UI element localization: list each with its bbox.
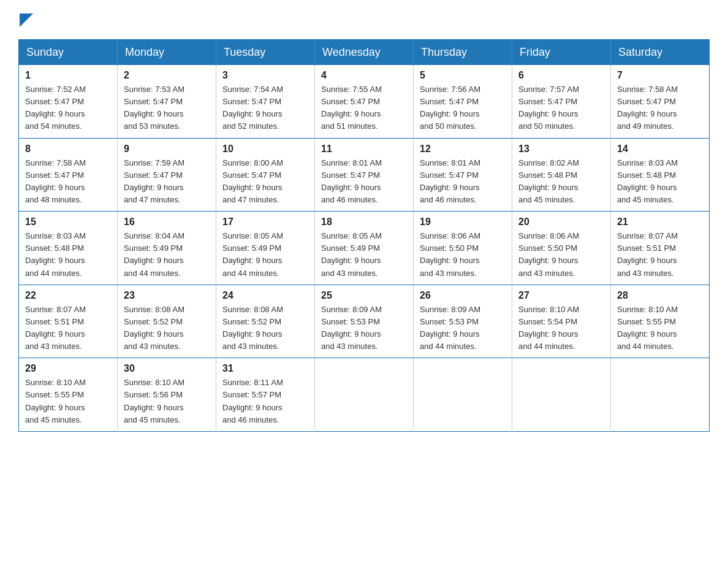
logo-arrow-icon [20, 13, 33, 27]
calendar-week-row: 8 Sunrise: 7:58 AMSunset: 5:47 PMDayligh… [19, 138, 710, 212]
day-info: Sunrise: 8:03 AMSunset: 5:48 PMDaylight:… [25, 231, 86, 277]
calendar-week-row: 29 Sunrise: 8:10 AMSunset: 5:55 PMDaylig… [19, 358, 710, 432]
calendar-cell: 22 Sunrise: 8:07 AMSunset: 5:51 PMDaylig… [19, 285, 118, 358]
day-info: Sunrise: 8:05 AMSunset: 5:49 PMDaylight:… [321, 231, 382, 277]
calendar-week-row: 1 Sunrise: 7:52 AMSunset: 5:47 PMDayligh… [19, 65, 710, 138]
calendar-cell: 6 Sunrise: 7:57 AMSunset: 5:47 PMDayligh… [512, 65, 611, 138]
calendar-cell: 9 Sunrise: 7:59 AMSunset: 5:47 PMDayligh… [118, 138, 216, 212]
day-number: 2 [124, 70, 210, 81]
day-number: 5 [420, 70, 506, 81]
day-info: Sunrise: 8:10 AMSunset: 5:55 PMDaylight:… [25, 378, 86, 424]
day-info: Sunrise: 8:07 AMSunset: 5:51 PMDaylight:… [617, 231, 678, 277]
calendar-cell [315, 358, 414, 432]
day-number: 6 [518, 70, 604, 81]
day-info: Sunrise: 7:58 AMSunset: 5:47 PMDaylight:… [617, 85, 678, 131]
day-info: Sunrise: 7:55 AMSunset: 5:47 PMDaylight:… [321, 85, 382, 131]
day-info: Sunrise: 8:06 AMSunset: 5:50 PMDaylight:… [420, 231, 480, 277]
day-info: Sunrise: 8:02 AMSunset: 5:48 PMDaylight:… [518, 158, 579, 204]
calendar-cell: 15 Sunrise: 8:03 AMSunset: 5:48 PMDaylig… [19, 212, 118, 285]
day-number: 11 [321, 144, 407, 155]
day-number: 18 [321, 216, 407, 228]
calendar-cell: 18 Sunrise: 8:05 AMSunset: 5:49 PMDaylig… [315, 212, 414, 285]
day-number: 13 [518, 144, 604, 155]
calendar-cell: 27 Sunrise: 8:10 AMSunset: 5:54 PMDaylig… [512, 285, 611, 358]
page-header [18, 12, 710, 27]
calendar-cell: 31 Sunrise: 8:11 AMSunset: 5:57 PMDaylig… [216, 358, 315, 432]
calendar-cell: 2 Sunrise: 7:53 AMSunset: 5:47 PMDayligh… [118, 65, 216, 138]
day-info: Sunrise: 8:10 AMSunset: 5:55 PMDaylight:… [617, 305, 678, 351]
day-info: Sunrise: 7:53 AMSunset: 5:47 PMDaylight:… [124, 85, 184, 131]
day-info: Sunrise: 7:56 AMSunset: 5:47 PMDaylight:… [420, 85, 480, 131]
calendar-cell: 1 Sunrise: 7:52 AMSunset: 5:47 PMDayligh… [19, 65, 118, 138]
day-header-wednesday: Wednesday [315, 40, 414, 66]
day-info: Sunrise: 7:57 AMSunset: 5:47 PMDaylight:… [518, 85, 579, 131]
calendar-cell: 16 Sunrise: 8:04 AMSunset: 5:49 PMDaylig… [118, 212, 216, 285]
calendar-cell: 23 Sunrise: 8:08 AMSunset: 5:52 PMDaylig… [118, 285, 216, 358]
calendar-table: SundayMondayTuesdayWednesdayThursdayFrid… [18, 39, 710, 432]
calendar-header-row: SundayMondayTuesdayWednesdayThursdayFrid… [19, 40, 710, 66]
day-number: 20 [518, 216, 604, 228]
calendar-cell: 20 Sunrise: 8:06 AMSunset: 5:50 PMDaylig… [512, 212, 611, 285]
day-number: 12 [420, 144, 506, 155]
day-info: Sunrise: 7:52 AMSunset: 5:47 PMDaylight:… [25, 85, 86, 131]
day-number: 21 [617, 216, 703, 228]
day-info: Sunrise: 8:04 AMSunset: 5:49 PMDaylight:… [124, 231, 184, 277]
day-header-saturday: Saturday [611, 40, 710, 66]
calendar-cell: 12 Sunrise: 8:01 AMSunset: 5:47 PMDaylig… [414, 138, 512, 212]
calendar-cell: 14 Sunrise: 8:03 AMSunset: 5:48 PMDaylig… [611, 138, 710, 212]
calendar-cell: 24 Sunrise: 8:08 AMSunset: 5:52 PMDaylig… [216, 285, 315, 358]
day-info: Sunrise: 8:10 AMSunset: 5:54 PMDaylight:… [518, 305, 579, 351]
calendar-cell: 28 Sunrise: 8:10 AMSunset: 5:55 PMDaylig… [611, 285, 710, 358]
day-number: 1 [25, 70, 111, 81]
day-number: 3 [222, 70, 308, 81]
day-info: Sunrise: 8:09 AMSunset: 5:53 PMDaylight:… [321, 305, 382, 351]
day-info: Sunrise: 8:06 AMSunset: 5:50 PMDaylight:… [518, 231, 579, 277]
day-number: 14 [617, 144, 703, 155]
day-info: Sunrise: 8:08 AMSunset: 5:52 PMDaylight:… [222, 305, 283, 351]
day-number: 7 [617, 70, 703, 81]
day-number: 10 [222, 144, 308, 155]
calendar-cell: 19 Sunrise: 8:06 AMSunset: 5:50 PMDaylig… [414, 212, 512, 285]
day-info: Sunrise: 7:54 AMSunset: 5:47 PMDaylight:… [222, 85, 283, 131]
day-info: Sunrise: 8:07 AMSunset: 5:51 PMDaylight:… [25, 305, 86, 351]
calendar-cell: 3 Sunrise: 7:54 AMSunset: 5:47 PMDayligh… [216, 65, 315, 138]
day-info: Sunrise: 7:59 AMSunset: 5:47 PMDaylight:… [124, 158, 184, 204]
calendar-cell [611, 358, 710, 432]
day-header-monday: Monday [118, 40, 216, 66]
day-number: 26 [420, 290, 506, 301]
day-info: Sunrise: 8:00 AMSunset: 5:47 PMDaylight:… [222, 158, 283, 204]
day-info: Sunrise: 8:09 AMSunset: 5:53 PMDaylight:… [420, 305, 480, 351]
day-header-tuesday: Tuesday [216, 40, 315, 66]
day-header-sunday: Sunday [19, 40, 118, 66]
calendar-cell: 21 Sunrise: 8:07 AMSunset: 5:51 PMDaylig… [611, 212, 710, 285]
day-info: Sunrise: 8:11 AMSunset: 5:57 PMDaylight:… [222, 378, 283, 424]
day-info: Sunrise: 7:58 AMSunset: 5:47 PMDaylight:… [25, 158, 86, 204]
calendar-cell: 26 Sunrise: 8:09 AMSunset: 5:53 PMDaylig… [414, 285, 512, 358]
calendar-cell: 10 Sunrise: 8:00 AMSunset: 5:47 PMDaylig… [216, 138, 315, 212]
calendar-cell: 8 Sunrise: 7:58 AMSunset: 5:47 PMDayligh… [19, 138, 118, 212]
calendar-cell: 11 Sunrise: 8:01 AMSunset: 5:47 PMDaylig… [315, 138, 414, 212]
svg-marker-0 [20, 13, 33, 27]
calendar-cell: 25 Sunrise: 8:09 AMSunset: 5:53 PMDaylig… [315, 285, 414, 358]
day-number: 28 [617, 290, 703, 301]
day-number: 8 [25, 144, 111, 155]
day-number: 22 [25, 290, 111, 301]
day-number: 4 [321, 70, 407, 81]
calendar-cell [512, 358, 611, 432]
day-number: 15 [25, 216, 111, 228]
day-info: Sunrise: 8:05 AMSunset: 5:49 PMDaylight:… [222, 231, 283, 277]
day-number: 29 [25, 363, 111, 374]
day-info: Sunrise: 8:01 AMSunset: 5:47 PMDaylight:… [321, 158, 382, 204]
calendar-cell: 13 Sunrise: 8:02 AMSunset: 5:48 PMDaylig… [512, 138, 611, 212]
day-header-friday: Friday [512, 40, 611, 66]
day-number: 27 [518, 290, 604, 301]
day-info: Sunrise: 8:08 AMSunset: 5:52 PMDaylight:… [124, 305, 184, 351]
calendar-cell: 29 Sunrise: 8:10 AMSunset: 5:55 PMDaylig… [19, 358, 118, 432]
day-info: Sunrise: 8:01 AMSunset: 5:47 PMDaylight:… [420, 158, 480, 204]
day-header-thursday: Thursday [414, 40, 512, 66]
day-number: 17 [222, 216, 308, 228]
day-number: 16 [124, 216, 210, 228]
day-number: 31 [222, 363, 308, 374]
calendar-cell: 7 Sunrise: 7:58 AMSunset: 5:47 PMDayligh… [611, 65, 710, 138]
calendar-week-row: 15 Sunrise: 8:03 AMSunset: 5:48 PMDaylig… [19, 212, 710, 285]
